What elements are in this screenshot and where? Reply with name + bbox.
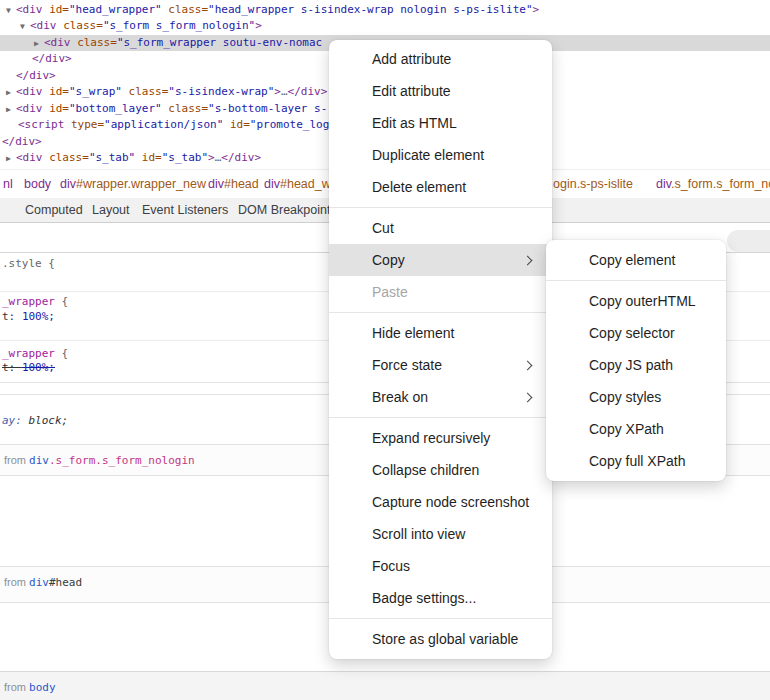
expand-arrow-icon[interactable]: ▼ (20, 19, 30, 35)
dom-node-row[interactable]: ▼<div id="head_wrapper" class="head_wrap… (0, 2, 770, 18)
node-link[interactable]: div (29, 576, 49, 589)
menu-separator (546, 280, 726, 281)
style-rule-selector[interactable]: _wrapper { (2, 347, 68, 361)
menu-item-force-state[interactable]: Force state (329, 349, 552, 381)
menu-separator (329, 207, 552, 208)
menu-item-copy-element[interactable]: Copy element (546, 244, 726, 276)
menu-separator (329, 312, 552, 313)
chevron-right-icon (523, 360, 533, 370)
tab-layout[interactable]: Layout (92, 198, 130, 222)
tab-dom-breakpoints[interactable]: DOM Breakpoint (238, 198, 330, 222)
menu-item-edit-as-html[interactable]: Edit as HTML (329, 107, 552, 139)
chevron-right-icon (523, 255, 533, 265)
style-property-overridden[interactable]: t: 100%; (2, 361, 55, 375)
node-link-classes[interactable]: .s_form.s_form_nologin (49, 454, 195, 467)
style-rule-element-style[interactable]: .style { (2, 257, 55, 271)
chevron-right-icon (523, 392, 533, 402)
menu-item-duplicate-element[interactable]: Duplicate element (329, 139, 552, 171)
node-link[interactable]: body (29, 681, 56, 694)
menu-item-expand-recursively[interactable]: Expand recursively (329, 422, 552, 454)
expand-arrow-icon[interactable]: ▶ (34, 36, 44, 52)
breadcrumb-item-body[interactable]: body (24, 170, 51, 198)
breadcrumb-item-head[interactable]: div#head (208, 170, 259, 198)
menu-item-copy-xpath[interactable]: Copy XPath (546, 413, 726, 445)
breadcrumb-item-wrapper[interactable]: div#wrapper.wrapper_new (60, 170, 206, 198)
copy-submenu: Copy element Copy outerHTML Copy selecto… (546, 240, 726, 481)
menu-item-delete-element[interactable]: Delete element (329, 171, 552, 203)
style-property[interactable]: ay: block; (2, 414, 68, 428)
menu-item-store-as-global-variable[interactable]: Store as global variable (329, 623, 552, 655)
menu-item-add-attribute[interactable]: Add attribute (329, 43, 552, 75)
expand-arrow-icon[interactable]: ▶ (6, 102, 16, 118)
node-link[interactable]: div (29, 454, 49, 467)
menu-item-edit-attribute[interactable]: Edit attribute (329, 75, 552, 107)
context-menu: Add attribute Edit attribute Edit as HTM… (329, 40, 552, 659)
menu-item-copy-selector[interactable]: Copy selector (546, 317, 726, 349)
menu-item-paste: Paste (329, 276, 552, 308)
breadcrumb-item-s-form[interactable]: div.s_form.s_form_nologin (656, 170, 770, 198)
inherited-from-section: from body (0, 672, 770, 700)
tab-computed[interactable]: Computed (25, 198, 83, 222)
expand-arrow-icon[interactable]: ▶ (6, 85, 16, 101)
dom-node-row[interactable]: ▼<div class="s_form s_form_nologin"> (0, 18, 770, 34)
menu-item-scroll-into-view[interactable]: Scroll into view (329, 518, 552, 550)
menu-separator (329, 417, 552, 418)
menu-item-capture-node-screenshot[interactable]: Capture node screenshot (329, 486, 552, 518)
expand-arrow-icon[interactable]: ▼ (6, 3, 16, 19)
breadcrumb-item-islite[interactable]: ogin.s-ps-islite (553, 170, 633, 198)
menu-item-break-on[interactable]: Break on (329, 381, 552, 413)
expand-arrow-icon[interactable]: ▶ (6, 151, 16, 167)
menu-item-copy-outerhtml[interactable]: Copy outerHTML (546, 285, 726, 317)
node-link-id[interactable]: #head (49, 576, 82, 589)
menu-item-hide-element[interactable]: Hide element (329, 317, 552, 349)
menu-item-copy[interactable]: Copy (329, 244, 552, 276)
styles-filter-input[interactable] (727, 230, 770, 252)
menu-item-collapse-children[interactable]: Collapse children (329, 454, 552, 486)
tab-event-listeners[interactable]: Event Listeners (142, 198, 228, 222)
style-rule-selector[interactable]: _wrapper { (2, 295, 68, 309)
devtools-window: ▼<div id="head_wrapper" class="head_wrap… (0, 0, 770, 700)
menu-item-copy-styles[interactable]: Copy styles (546, 381, 726, 413)
menu-item-badge-settings[interactable]: Badge settings... (329, 582, 552, 614)
menu-item-copy-js-path[interactable]: Copy JS path (546, 349, 726, 381)
menu-item-focus[interactable]: Focus (329, 550, 552, 582)
menu-item-cut[interactable]: Cut (329, 212, 552, 244)
menu-separator (329, 618, 552, 619)
breadcrumb-item-html[interactable]: nl (3, 170, 13, 198)
style-property[interactable]: t: 100%; (2, 310, 55, 324)
menu-item-copy-full-xpath[interactable]: Copy full XPath (546, 445, 726, 477)
